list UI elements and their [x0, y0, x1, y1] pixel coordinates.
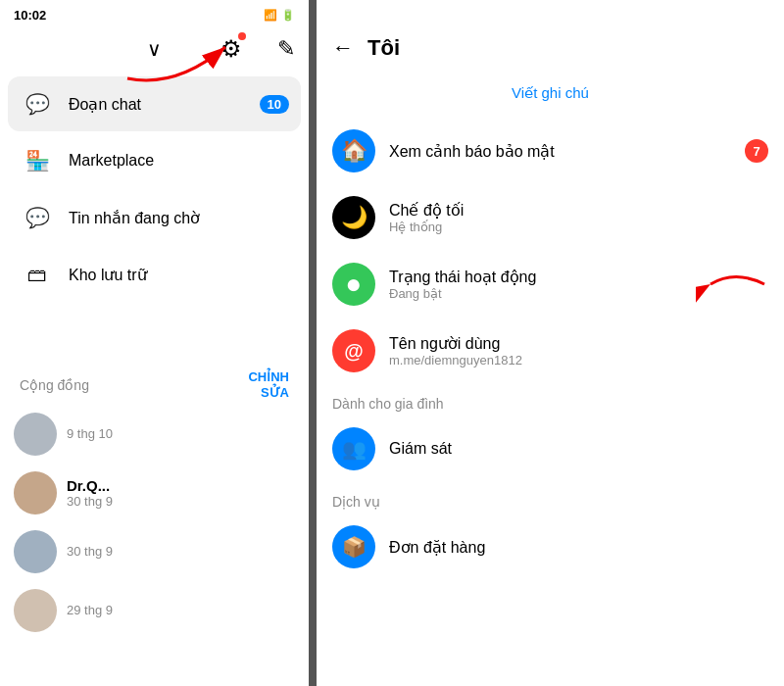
battery-icon: 🔋 [281, 9, 295, 22]
settings-item-subtitle: Hệ thống [389, 220, 768, 234]
username-icon: @ [332, 329, 375, 372]
chat-date: 30 thg 9 [67, 494, 295, 509]
status-time: 10:02 [14, 8, 46, 23]
chat-info: 29 thg 9 [67, 603, 295, 617]
right-header: ← Tôi [317, 0, 784, 76]
list-item[interactable]: Dr.Q... 30 thg 9 [0, 464, 309, 522]
list-item[interactable]: 9 thg 10 [0, 405, 309, 464]
menu-item-tin-nhan[interactable]: 💬 Tin nhắn đang chờ [8, 190, 301, 245]
vertical-divider [309, 0, 317, 686]
note-link[interactable]: Viết ghi chú [512, 84, 589, 102]
status-bar: 10:02 📶 🔋 [0, 0, 309, 29]
right-panel: ← Tôi Viết ghi chú 🏠 Xem cảnh báo bảo mậ… [317, 0, 784, 686]
avatar [14, 471, 57, 514]
settings-item-title: Đơn đặt hàng [389, 538, 768, 557]
dark-mode-icon: 🌙 [332, 196, 375, 239]
menu-list: 💬 Đoạn chat 10 🏪 Marketplace 💬 Tin nhắn … [0, 73, 309, 362]
edit-icon[interactable]: ✎ [277, 36, 295, 62]
right-content: Viết ghi chú 🏠 Xem cảnh báo bảo mật 7 🌙 … [317, 76, 784, 686]
archive-icon: 🗃 [20, 257, 55, 292]
settings-item-text: Tên người dùng m.me/diemnguyen1812 [389, 334, 768, 368]
menu-item-kho-luu-tru[interactable]: 🗃 Kho lưu trữ [8, 247, 301, 302]
red-arrow-gear [118, 29, 245, 88]
wifi-icon: 📶 [264, 9, 277, 22]
chat-date: 9 thg 10 [67, 426, 295, 441]
chat-info: 30 thg 9 [67, 544, 295, 559]
left-panel: 10:02 📶 🔋 ∨ ⚙ ✎ 💬 Đoạn chat 10 🏪 [0, 0, 309, 686]
family-section-label: Dành cho gia đình [317, 384, 784, 416]
avatar [14, 589, 57, 632]
settings-item-don-dat-hang[interactable]: 📦 Đơn đặt hàng [317, 514, 784, 580]
community-section-header: Cộng đồng CHỈNH SỬA [0, 362, 309, 404]
settings-item-title: Chế độ tối [389, 201, 768, 220]
pending-icon: 💬 [20, 200, 55, 235]
settings-item-text: Giám sát [389, 440, 768, 458]
chat-list-preview: 9 thg 10 Dr.Q... 30 thg 9 30 thg 9 29 th… [0, 405, 309, 686]
chat-date: 30 thg 9 [67, 544, 295, 559]
list-item[interactable]: 30 thg 9 [0, 522, 309, 581]
chat-badge: 10 [260, 95, 289, 114]
back-button[interactable]: ← [332, 35, 354, 61]
list-item[interactable]: 29 thg 9 [0, 581, 309, 640]
chat-icon: 💬 [20, 86, 55, 122]
page-title: Tôi [368, 35, 400, 61]
red-arrow-active-status [696, 265, 774, 304]
menu-item-label: Kho lưu trữ [69, 266, 289, 284]
menu-item-label: Tin nhắn đang chờ [69, 209, 289, 227]
settings-item-active-status[interactable]: ● Trạng thái hoạt động Đang bật [317, 251, 784, 318]
security-icon: 🏠 [332, 129, 375, 172]
community-label: Cộng đồng [20, 377, 89, 393]
active-status-icon: ● [332, 263, 375, 306]
settings-item-dark-mode[interactable]: 🌙 Chế độ tối Hệ thống [317, 184, 784, 251]
settings-item-title: Tên người dùng [389, 334, 768, 353]
settings-item-text: Chế độ tối Hệ thống [389, 201, 768, 234]
menu-item-label: Đoạn chat [69, 95, 246, 114]
menu-item-marketplace[interactable]: 🏪 Marketplace [8, 133, 301, 188]
settings-item-security[interactable]: 🏠 Xem cảnh báo bảo mật 7 [317, 118, 784, 184]
avatar [14, 530, 57, 573]
chat-date: 29 thg 9 [67, 603, 295, 617]
note-link-row: Viết ghi chú [317, 76, 784, 118]
settings-item-title: Giám sát [389, 440, 768, 458]
avatar [14, 413, 57, 456]
chat-info: Dr.Q... 30 thg 9 [67, 477, 295, 509]
community-edit-button[interactable]: CHỈNH SỬA [248, 369, 289, 400]
chat-name: Dr.Q... [67, 477, 295, 494]
settings-item-username[interactable]: @ Tên người dùng m.me/diemnguyen1812 [317, 318, 784, 384]
family-icon: 👥 [332, 427, 375, 470]
settings-item-text: Xem cảnh báo bảo mật [389, 142, 731, 161]
marketplace-icon: 🏪 [20, 143, 55, 178]
settings-item-title: Xem cảnh báo bảo mật [389, 142, 731, 161]
service-section-label: Dịch vụ [317, 482, 784, 514]
status-icons: 📶 🔋 [264, 9, 295, 22]
security-badge: 7 [745, 139, 768, 163]
chat-info: 9 thg 10 [67, 426, 295, 441]
menu-item-label: Marketplace [69, 152, 289, 170]
settings-item-subtitle: m.me/diemnguyen1812 [389, 353, 768, 368]
settings-item-giam-sat[interactable]: 👥 Giám sát [317, 416, 784, 482]
settings-item-text: Đơn đặt hàng [389, 538, 768, 557]
order-icon: 📦 [332, 525, 375, 568]
